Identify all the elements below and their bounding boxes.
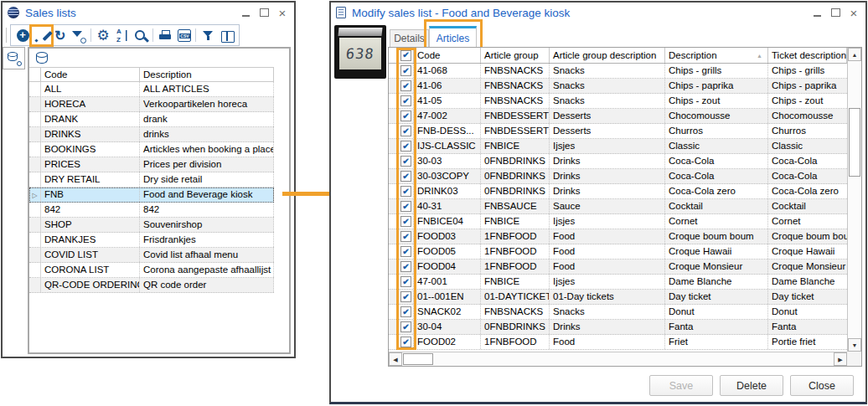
sales-list-row[interactable]: PRICESPrices per division	[29, 157, 274, 172]
minimize-icon[interactable]	[810, 7, 824, 19]
column-header-description[interactable]: Description	[665, 48, 768, 63]
article-row[interactable]: FOOD021FNBFOODFoodFrietPortie friet	[389, 335, 847, 350]
article-row[interactable]: FOOD031FNBFOODFoodCroque boum boumCroque…	[389, 229, 847, 244]
article-row[interactable]: FOOD041FNBFOODFoodCroque MonsieurCroque …	[389, 260, 847, 275]
column-header-article-group-description[interactable]: Article group description	[550, 48, 665, 63]
sales-list-row[interactable]: CORONA LISTCorona aangepaste afhaallijst	[29, 263, 274, 278]
row-checkbox[interactable]	[400, 321, 411, 332]
columns-button[interactable]	[218, 27, 236, 44]
vertical-scrollbar-thumb[interactable]	[849, 108, 860, 177]
refresh-button[interactable]	[51, 27, 70, 44]
database-search-button[interactable]	[3, 47, 25, 69]
column-header-code[interactable]: Code	[41, 68, 140, 81]
grid-header-row: Code Article group Article group descrip…	[389, 48, 847, 64]
article-row[interactable]: DRINK030FNBDRINKSDrinksCoca-Cola zeroCoc…	[389, 184, 847, 199]
row-checkbox[interactable]	[400, 126, 411, 136]
article-row[interactable]: 41-068FNBSNACKSSnacksChips - grillsChips…	[389, 64, 847, 79]
article-row[interactable]: 30-030FNBDRINKSDrinksCoca-ColaCoca-Cola	[389, 154, 847, 169]
cell-description: 842	[140, 203, 274, 217]
article-row[interactable]: FNB-DESS...FNBDESSERTDessertsChurrosChur…	[389, 124, 847, 139]
print-button[interactable]	[156, 27, 174, 44]
sales-list-row[interactable]: DRANKJESFrisdrankjes	[29, 233, 274, 248]
article-row[interactable]: 01--001EN01-DAYTICKETS01-Day ticketsDay …	[389, 290, 847, 305]
row-indicator-cell	[29, 97, 41, 111]
article-row[interactable]: SNACK02FNBSNACKSSnacksDonutDonut	[389, 305, 847, 320]
article-row[interactable]: FOOD051FNBFOODFoodCroque HawaiiCroque Ha…	[389, 244, 847, 260]
close-icon[interactable]	[847, 7, 860, 19]
row-checkbox[interactable]	[400, 306, 411, 317]
column-header-ticket-description[interactable]: Ticket description	[768, 48, 847, 63]
row-checkbox[interactable]	[400, 231, 411, 242]
scroll-up-button[interactable]	[848, 48, 861, 61]
sales-list-row[interactable]: FNBFood and Beverage kiosk	[29, 188, 274, 203]
scroll-down-button[interactable]	[848, 338, 861, 352]
sales-list-row[interactable]: DRINKSdrinks	[29, 127, 274, 142]
close-icon[interactable]	[276, 7, 289, 19]
article-row[interactable]: 41-06FNBSNACKSSnacksChips - paprikaChips…	[389, 79, 847, 94]
edit-button[interactable]	[32, 27, 50, 44]
article-row[interactable]: IJS-CLASSICFNBICEIjsjesClassicClassic	[389, 139, 847, 154]
horizontal-scrollbar[interactable]	[389, 352, 847, 366]
article-row[interactable]: 30-040FNBDRINKSDrinksFantaFanta	[389, 320, 847, 335]
clear-filter-button[interactable]	[70, 27, 88, 44]
row-checkbox[interactable]	[400, 156, 411, 167]
delete-button[interactable]: Delete	[720, 375, 783, 396]
sales-list-row[interactable]: ALLALL ARTICLES	[29, 82, 274, 97]
tab-details[interactable]: Details	[390, 29, 429, 48]
scroll-right-button[interactable]	[834, 352, 847, 366]
column-header-description[interactable]: Description	[140, 68, 274, 81]
vertical-scrollbar[interactable]	[847, 48, 861, 352]
horizontal-scrollbar-thumb[interactable]	[403, 353, 433, 365]
tab-articles[interactable]: Articles	[429, 26, 477, 48]
article-row[interactable]: 41-05FNBSNACKSSnacksChips - zoutChips - …	[389, 94, 847, 109]
search-button[interactable]	[132, 27, 150, 44]
article-row[interactable]: 30-03COPY0FNBDRINKSDrinksCoca-ColaCoca-C…	[389, 169, 847, 184]
article-row[interactable]: 40-31FNBSAUCESauceCocktailCocktail	[389, 199, 847, 214]
sales-list-row[interactable]: DRANKdrank	[29, 112, 274, 127]
sales-list-row[interactable]: 842842	[29, 203, 274, 218]
article-row[interactable]: 47-002FNBDESSERTDessertsChocomousseChoco…	[389, 109, 847, 124]
sales-list-row[interactable]: DRY RETAILDry side retail	[29, 172, 274, 188]
settings-button[interactable]	[94, 27, 112, 44]
article-row[interactable]: FNBICE04FNBICEIjsjesCornetCornet	[389, 214, 847, 229]
row-checkbox[interactable]	[400, 337, 411, 347]
row-checkbox[interactable]	[400, 246, 411, 257]
row-checkbox[interactable]	[400, 291, 411, 302]
sales-list-row[interactable]: BOOKINGSArtickles when booking a place	[29, 142, 274, 157]
cell-article-group-description: Ijsjes	[550, 275, 665, 289]
row-checkbox[interactable]	[400, 186, 411, 197]
row-indicator-cell	[389, 64, 399, 78]
maximize-icon[interactable]	[829, 7, 842, 19]
row-checkbox[interactable]	[400, 276, 411, 287]
article-row[interactable]: 47-001FNBICEIjsjesDame BlancheDame Blanc…	[389, 275, 847, 290]
filter-button[interactable]	[199, 27, 217, 44]
column-header-code[interactable]: Code	[414, 48, 481, 63]
row-checkbox[interactable]	[400, 80, 411, 91]
article-photo-thumbnail[interactable]: 638	[334, 25, 386, 79]
sales-list-row[interactable]: QR-CODE ORDERINGQR code order	[29, 278, 274, 293]
sort-az-button[interactable]	[112, 27, 131, 44]
export-csv-button[interactable]	[174, 27, 193, 44]
add-button[interactable]	[13, 27, 32, 44]
row-checkbox[interactable]	[400, 201, 411, 212]
thumbnail-reflection	[338, 28, 382, 36]
row-checkbox[interactable]	[400, 110, 411, 121]
sales-list-row[interactable]: HORECAVerkoopartikelen horeca	[29, 97, 274, 112]
column-header-article-group[interactable]: Article group	[481, 48, 550, 63]
row-checkbox[interactable]	[400, 171, 411, 182]
select-all-checkbox[interactable]	[400, 50, 411, 61]
sales-list-row[interactable]: COVID LISTCovid list afhaal menu	[29, 248, 274, 263]
minimize-icon[interactable]	[239, 7, 252, 19]
maximize-icon[interactable]	[257, 7, 271, 19]
row-checkbox[interactable]	[400, 65, 411, 76]
print-icon	[158, 28, 173, 44]
row-checkbox[interactable]	[400, 141, 411, 152]
save-button[interactable]: Save	[649, 375, 713, 396]
row-checkbox[interactable]	[400, 261, 411, 272]
row-checkbox[interactable]	[400, 95, 411, 106]
row-indicator-cell	[389, 124, 399, 138]
scroll-left-button[interactable]	[389, 352, 402, 366]
row-checkbox[interactable]	[400, 216, 411, 227]
close-button[interactable]: Close	[790, 375, 854, 396]
sales-list-row[interactable]: SHOPSouvenirshop	[29, 218, 274, 233]
